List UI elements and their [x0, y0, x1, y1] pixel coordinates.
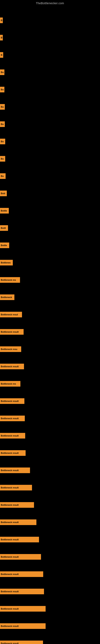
- bar-label-23: Bottleneck result: [0, 398, 24, 404]
- bar-label-4: Bo: [0, 70, 4, 75]
- bar-row-24: Bottleneck result: [0, 411, 100, 426]
- bar-label-24: Bottleneck result: [0, 416, 25, 421]
- bar-label-29: Bottleneck result: [0, 502, 34, 508]
- bar-row-7: Bo: [0, 117, 100, 131]
- bar-row-30: Bottleneck result: [0, 515, 100, 529]
- bar-row-33: Bottleneck result: [0, 567, 100, 581]
- bar-label-22: Bottleneck res: [0, 381, 20, 386]
- site-title: TheBottlenecker.com: [0, 0, 100, 6]
- bar-row-17: Bottleneck: [0, 290, 100, 304]
- bar-label-31: Bottleneck result: [0, 537, 39, 542]
- bar-label-26: Bottleneck result: [0, 450, 26, 456]
- bar-row-34: Bottleneck result: [0, 584, 100, 598]
- bar-label-30: Bottleneck result: [0, 520, 36, 525]
- bar-label-9: Bo: [0, 156, 5, 162]
- bar-label-33: Bottleneck result: [0, 571, 43, 577]
- bar-label-2: B: [0, 35, 3, 40]
- bar-row-15: Bottlenec: [0, 256, 100, 270]
- bar-label-17: Bottleneck: [0, 294, 14, 300]
- bar-label-18: Bottleneck resul: [0, 312, 22, 317]
- bar-label-19: Bottleneck result: [0, 329, 24, 335]
- bar-label-35: Bottleneck result: [0, 606, 46, 612]
- bar-label-37: Bottleneck result: [0, 640, 43, 644]
- bar-row-28: Bottleneck result: [0, 480, 100, 495]
- bar-label-7: Bo: [0, 121, 5, 127]
- bar-row-16: Bottleneck res: [0, 273, 100, 287]
- bar-row-4: Bo: [0, 65, 100, 79]
- bar-label-20: Bottleneck resu: [0, 346, 21, 352]
- bar-row-14: Bottle: [0, 238, 100, 252]
- bar-row-26: Bottleneck result: [0, 446, 100, 460]
- bar-label-32: Bottleneck result: [0, 554, 41, 560]
- bar-row-22: Bottleneck res: [0, 377, 100, 391]
- bar-row-19: Bottleneck result: [0, 325, 100, 339]
- bar-row-12: Bottle: [0, 204, 100, 218]
- bar-row-29: Bottleneck result: [0, 498, 100, 512]
- bar-label-1: B: [0, 18, 3, 23]
- bar-label-12: Bottle: [0, 208, 9, 214]
- bar-label-16: Bottleneck res: [0, 277, 20, 283]
- bar-row-8: Bo: [0, 134, 100, 148]
- bar-row-27: Bottleneck result: [0, 463, 100, 477]
- bar-label-28: Bottleneck result: [0, 485, 32, 490]
- bar-label-10: Bo: [0, 173, 6, 179]
- bar-label-3: B: [0, 52, 3, 58]
- bar-label-36: Bottleneck result: [0, 623, 46, 629]
- bar-row-32: Bottleneck result: [0, 550, 100, 564]
- bar-row-36: Bottleneck result: [0, 619, 100, 633]
- bar-row-2: B: [0, 30, 100, 45]
- bar-row-18: Bottleneck resul: [0, 308, 100, 322]
- bar-label-15: Bottlenec: [0, 260, 13, 266]
- bar-row-6: Bo: [0, 100, 100, 114]
- bar-row-3: B: [0, 48, 100, 62]
- bar-row-9: Bo: [0, 152, 100, 166]
- bar-row-5: Bo: [0, 82, 100, 96]
- bar-row-23: Bottleneck result: [0, 394, 100, 408]
- bar-row-21: Bottleneck result: [0, 360, 100, 374]
- bar-label-25: Bottleneck result: [0, 433, 25, 438]
- bar-label-34: Bottleneck result: [0, 589, 44, 594]
- bar-label-21: Bottleneck result: [0, 364, 24, 369]
- bar-row-35: Bottleneck result: [0, 602, 100, 616]
- bar-row-37: Bottleneck result: [0, 636, 100, 644]
- bar-label-8: Bo: [0, 139, 5, 144]
- bar-label-6: Bo: [0, 104, 5, 110]
- bar-label-11: Bott: [0, 190, 7, 196]
- bar-row-10: Bo: [0, 169, 100, 183]
- bar-row-13: Bottl: [0, 221, 100, 235]
- bar-label-13: Bottl: [0, 225, 8, 231]
- bar-row-11: Bott: [0, 186, 100, 200]
- bar-row-31: Bottleneck result: [0, 532, 100, 546]
- bar-row-1: B: [0, 13, 100, 27]
- bar-label-14: Bottle: [0, 242, 9, 248]
- bar-row-25: Bottleneck result: [0, 429, 100, 443]
- bar-label-5: Bo: [0, 87, 4, 92]
- bar-row-20: Bottleneck resu: [0, 342, 100, 356]
- bar-label-27: Bottleneck result: [0, 468, 30, 473]
